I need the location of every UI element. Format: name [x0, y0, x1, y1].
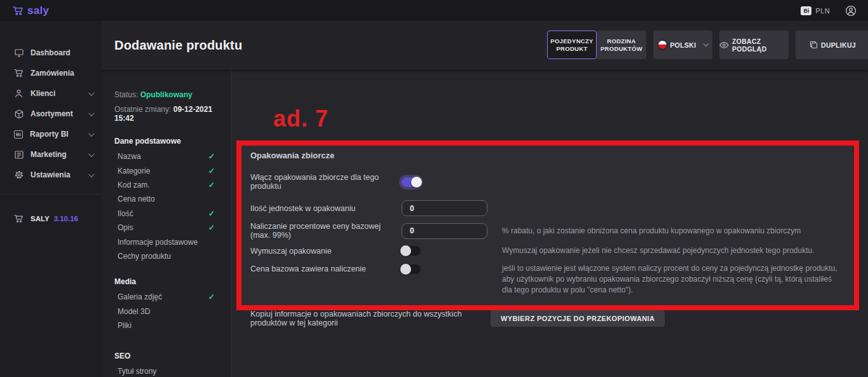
base-price-toggle[interactable] — [402, 264, 421, 274]
bi-icon: Bi — [14, 130, 23, 139]
poland-flag-icon — [658, 40, 667, 50]
sidebar-item-ustawienia[interactable]: Ustawienia — [0, 165, 102, 185]
base-price-row: Cena bazowa zawiera naliczenie jeśli to … — [250, 263, 846, 296]
sidebar-item-marketing[interactable]: Marketing — [0, 144, 102, 165]
percent-markup-help: % rabatu, o jaki zostanie obniżona cena … — [502, 226, 846, 236]
check-icon: ✓ — [208, 223, 215, 232]
banknote-icon: Bi — [801, 6, 811, 15]
sidebar-item-klienci[interactable]: Klienci — [0, 83, 102, 104]
board-icon — [14, 150, 24, 160]
main-sidebar: Dashboard Zamówienia Klienci Asortymen — [0, 21, 102, 377]
preview-button[interactable]: ZOBACZ PODGLĄD — [719, 31, 789, 59]
chevron-down-icon — [88, 90, 95, 96]
nav-group-title: SEO — [114, 352, 220, 360]
base-price-help: jeśli to ustawienie jest włączone system… — [502, 263, 846, 296]
sidebar-item-asortyment[interactable]: Asortyment — [0, 104, 102, 124]
nav-item-kod-zam[interactable]: Kod zam.✓ — [114, 178, 220, 192]
duplicate-button[interactable]: DUPLIKUJ — [796, 31, 868, 59]
check-icon: ✓ — [208, 152, 215, 161]
section-title: Opakowania zbiorcze — [250, 151, 846, 160]
chevron-down-icon — [88, 171, 95, 177]
gear-icon — [14, 170, 24, 180]
nav-item-ilosc[interactable]: Ilość✓ — [114, 207, 220, 221]
chevron-down-icon — [703, 41, 709, 46]
monitor-icon — [14, 48, 24, 58]
nav-item-cena-netto[interactable]: Cena netto✓ — [114, 192, 220, 206]
last-modified: Ostatnie zmiany: 09-12-2021 15:42 — [114, 105, 220, 123]
sidebar-divider — [0, 194, 102, 195]
nav-item-pliki[interactable]: Pliki✓ — [114, 319, 220, 332]
tab-rodzina-produktow[interactable]: RODZINA PRODUKTÓW — [597, 31, 646, 59]
chevron-down-icon — [88, 110, 95, 116]
topbar: saly Bi PLN — [0, 0, 868, 21]
units-per-package-row: Ilość jednostek w opakowaniu — [250, 200, 846, 216]
nav-group-title: Dane podstawowe — [114, 137, 220, 146]
tab-pojedynczy-produkt[interactable]: POJEDYNCZY PRODUKT — [547, 31, 597, 59]
status-value: Opublikowany — [140, 90, 193, 99]
nav-item-tytul-strony[interactable]: Tytuł strony✓ — [114, 364, 220, 377]
enable-bulk-toggle[interactable] — [402, 177, 421, 187]
chevron-down-icon — [88, 151, 95, 157]
nav-item-model-3d[interactable]: Model 3D✓ — [114, 305, 220, 319]
language-label: POLSKI — [670, 41, 696, 49]
check-icon: ✓ — [208, 292, 215, 301]
chevron-down-icon — [88, 130, 95, 137]
nav-item-opis[interactable]: Opis✓ — [114, 221, 220, 235]
percent-markup-row: Naliczanie procentowe ceny bazowej (max.… — [250, 222, 846, 240]
currency-label: PLN — [815, 7, 830, 15]
user-account-icon[interactable] — [845, 5, 857, 17]
cart-icon — [14, 69, 24, 78]
choose-items-to-copy-button[interactable]: WYBIERZ POZYCJE DO PRZEKOPIOWANIA — [491, 310, 665, 327]
currency-selector[interactable]: Bi PLN — [801, 6, 830, 15]
sidebar-item-dashboard[interactable]: Dashboard — [0, 43, 102, 63]
cart-icon — [14, 214, 24, 224]
force-package-row: Wymuszaj opakowanie Wymuszaj opakowanie … — [250, 245, 846, 256]
page-header: Dodawanie produktu POJEDYNCZY PRODUKT RO… — [102, 21, 868, 70]
app-name-label: SALY — [31, 215, 50, 223]
nav-item-cechy-produktu[interactable]: Cechy produktu✓ — [114, 249, 220, 263]
product-type-tabs: POJEDYNCZY PRODUKT RODZINA PRODUKTÓW — [547, 31, 646, 59]
nav-item-kategorie[interactable]: Kategorie✓ — [114, 163, 220, 177]
check-icon: ✓ — [208, 181, 215, 189]
nav-item-informacje-podstawowe[interactable]: Informacje podstawowe✓ — [114, 235, 220, 249]
copy-to-category-row: Kopiuj informacje o opakowaniach zbiorcz… — [250, 310, 846, 327]
language-dropdown[interactable]: POLSKI — [653, 31, 712, 59]
force-package-toggle[interactable] — [402, 246, 421, 256]
bulk-packaging-panel: Opakowania zbiorcze Włącz opakowania zbi… — [236, 141, 859, 310]
product-status: Status: Opublikowany — [114, 90, 220, 99]
person-icon — [14, 89, 24, 99]
copy-icon — [810, 41, 818, 49]
units-per-package-input[interactable] — [402, 200, 487, 216]
page-title: Dodawanie produktu — [114, 38, 242, 53]
header-controls: POJEDYNCZY PRODUKT RODZINA PRODUKTÓW POL… — [445, 21, 868, 70]
check-icon: ✓ — [208, 167, 215, 175]
app-window: saly Bi PLN Dashboard — [0, 0, 868, 377]
check-icon: ✓ — [208, 209, 215, 218]
product-nav-sidebar: Status: Opublikowany Ostatnie zmiany: 09… — [102, 70, 232, 377]
nav-item-nazwa[interactable]: Nazwa✓ — [114, 149, 220, 163]
force-package-help: Wymuszaj opakowanie jeżeli nie chcesz sp… — [502, 245, 846, 256]
version-number: 3.10.16 — [54, 215, 78, 223]
percent-markup-input[interactable] — [402, 223, 487, 239]
sidebar-version[interactable]: SALY 3.10.16 — [0, 209, 102, 229]
cube-icon — [14, 109, 24, 119]
nav-group-title: Media — [114, 277, 220, 286]
annotation-ad7: ad. 7 — [273, 106, 329, 132]
logo-text: saly — [27, 4, 49, 17]
enable-bulk-row: Włącz opakowania zbiorcze dla tego produ… — [250, 173, 846, 191]
app-logo[interactable]: saly — [13, 4, 49, 17]
cart-logo-icon — [13, 6, 24, 16]
nav-item-galeria-zdjec[interactable]: Galeria zdjęć✓ — [114, 290, 220, 304]
sidebar-item-zamowienia[interactable]: Zamówienia — [0, 63, 102, 83]
sidebar-item-raporty-bi[interactable]: Bi Raporty BI — [0, 124, 102, 144]
eye-icon — [719, 42, 729, 48]
